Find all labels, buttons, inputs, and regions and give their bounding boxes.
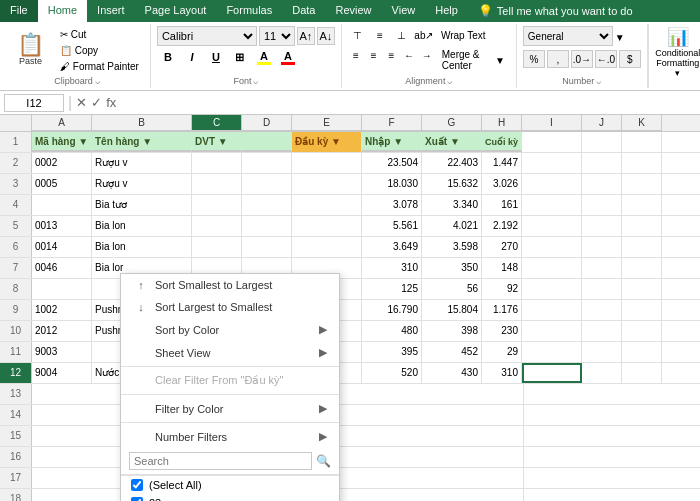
align-center-button[interactable]: ≡	[366, 46, 382, 64]
grid-cell[interactable]: 0046	[32, 258, 92, 278]
grid-cell[interactable]: 16.790	[362, 300, 422, 320]
grid-cell[interactable]	[522, 258, 582, 278]
grid-cell[interactable]: 4.021	[422, 216, 482, 236]
increase-decimal-button[interactable]: .0→	[571, 50, 593, 68]
grid-cell[interactable]: 3.340	[422, 195, 482, 215]
grid-cell[interactable]: Bia lon	[92, 237, 192, 257]
grid-cell[interactable]: Rượu v	[92, 174, 192, 194]
grid-cell[interactable]: 430	[422, 363, 482, 383]
alignment-expand-icon[interactable]: ⌵	[447, 76, 452, 86]
grid-cell[interactable]: 1002	[32, 300, 92, 320]
grid-cell[interactable]: 0005	[32, 174, 92, 194]
italic-button[interactable]: I	[181, 48, 203, 66]
grid-cell[interactable]	[242, 174, 292, 194]
grid-cell[interactable]	[242, 216, 292, 236]
grid-cell[interactable]: 350	[422, 258, 482, 278]
confirm-formula-icon[interactable]: ✓	[91, 95, 102, 110]
grid-cell[interactable]	[582, 258, 622, 278]
grid-cell[interactable]	[242, 153, 292, 173]
underline-button[interactable]: U	[205, 48, 227, 66]
grid-cell[interactable]: Bia lon	[92, 216, 192, 236]
format-painter-button[interactable]: 🖌 Format Painter	[55, 59, 144, 74]
grid-cell[interactable]	[522, 216, 582, 236]
tab-file[interactable]: File	[0, 0, 38, 22]
grid-cell[interactable]	[622, 300, 662, 320]
tab-view[interactable]: View	[382, 0, 426, 22]
grid-cell[interactable]	[292, 174, 362, 194]
checkbox-select-all[interactable]: (Select All)	[121, 476, 339, 494]
indent-increase-button[interactable]: →	[419, 46, 435, 64]
grid-cell[interactable]	[522, 321, 582, 341]
grid-cell[interactable]: 15.632	[422, 174, 482, 194]
grid-cell[interactable]	[622, 216, 662, 236]
grid-cell[interactable]: 18.030	[362, 174, 422, 194]
grid-cell[interactable]: Nhập ▼	[362, 132, 422, 152]
grid-cell[interactable]	[582, 174, 622, 194]
filter-by-color[interactable]: Filter by Color ▶	[121, 397, 339, 420]
border-button[interactable]: ⊞	[229, 48, 251, 66]
col-header-H[interactable]: H	[482, 115, 522, 131]
grid-cell[interactable]	[192, 174, 242, 194]
grid-cell[interactable]	[522, 195, 582, 215]
grid-cell[interactable]: 480	[362, 321, 422, 341]
grid-cell[interactable]	[622, 258, 662, 278]
grid-cell[interactable]	[622, 279, 662, 299]
font-color-button[interactable]: A	[277, 48, 299, 66]
grid-cell[interactable]	[582, 342, 622, 362]
grid-cell[interactable]	[522, 342, 582, 362]
col-header-D[interactable]: D	[242, 115, 292, 131]
grid-cell[interactable]	[522, 132, 582, 152]
formula-input[interactable]	[120, 97, 696, 109]
grid-cell[interactable]: 22.403	[422, 153, 482, 173]
grid-cell[interactable]: 310	[482, 363, 522, 383]
col-header-C[interactable]: C	[192, 115, 242, 131]
grid-cell[interactable]	[582, 363, 622, 383]
number-format-select[interactable]: General	[523, 26, 613, 46]
grid-cell[interactable]: 5.561	[362, 216, 422, 236]
fill-color-button[interactable]: A	[253, 48, 275, 66]
grid-cell[interactable]	[192, 195, 242, 215]
orientation-button[interactable]: ab↗	[414, 26, 434, 44]
grid-cell[interactable]	[622, 363, 662, 383]
font-expand-icon[interactable]: ⌵	[253, 76, 258, 86]
grid-cell[interactable]	[582, 195, 622, 215]
percent-button[interactable]: %	[523, 50, 545, 68]
cancel-formula-icon[interactable]: ✕	[76, 95, 87, 110]
cut-button[interactable]: ✂ Cut	[55, 27, 144, 42]
grid-cell[interactable]: 3.026	[482, 174, 522, 194]
grid-cell[interactable]: 0013	[32, 216, 92, 236]
tab-data[interactable]: Data	[282, 0, 325, 22]
accounting-button[interactable]: $	[619, 50, 641, 68]
filter-search-input[interactable]	[129, 452, 312, 470]
grid-cell[interactable]: 270	[482, 237, 522, 257]
align-left-button[interactable]: ≡	[348, 46, 364, 64]
grid-cell[interactable]	[622, 237, 662, 257]
copy-button[interactable]: 📋 Copy	[55, 43, 144, 58]
grid-cell[interactable]: 0002	[32, 153, 92, 173]
col-header-F[interactable]: F	[362, 115, 422, 131]
grid-cell[interactable]	[522, 153, 582, 173]
font-increase-button[interactable]: A↑	[297, 27, 315, 45]
grid-cell[interactable]	[522, 174, 582, 194]
col-header-A[interactable]: A	[32, 115, 92, 131]
grid-cell[interactable]	[622, 342, 662, 362]
grid-cell[interactable]: Bia tươ	[92, 195, 192, 215]
merge-dropdown-icon[interactable]: ▼	[495, 55, 505, 66]
decrease-decimal-button[interactable]: ←.0	[595, 50, 617, 68]
grid-cell-I12[interactable]	[522, 363, 582, 383]
grid-cell[interactable]	[522, 237, 582, 257]
checkbox-select-all-input[interactable]	[131, 479, 143, 491]
grid-cell[interactable]	[32, 279, 92, 299]
checkbox-item[interactable]: 23	[121, 494, 339, 501]
tab-help[interactable]: Help	[425, 0, 468, 22]
grid-cell[interactable]	[32, 195, 92, 215]
font-size-select[interactable]: 11	[259, 26, 295, 46]
grid-cell[interactable]	[192, 216, 242, 236]
grid-cell[interactable]	[192, 153, 242, 173]
conditional-formatting-group[interactable]: 📊 ConditionalFormatting ▾	[648, 24, 700, 88]
merge-center-button[interactable]: Merge & Center ▼	[437, 46, 510, 74]
tab-insert[interactable]: Insert	[87, 0, 135, 22]
col-header-J[interactable]: J	[582, 115, 622, 131]
grid-cell[interactable]: 230	[482, 321, 522, 341]
grid-cell[interactable]: Rượu v	[92, 153, 192, 173]
